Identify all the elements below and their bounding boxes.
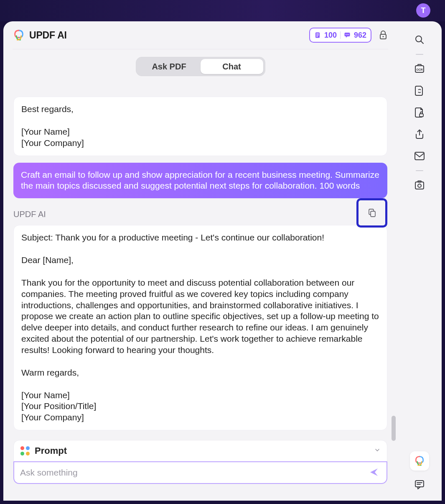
send-icon bbox=[369, 467, 379, 477]
svg-rect-22 bbox=[415, 481, 424, 487]
message-input[interactable] bbox=[20, 468, 367, 478]
app-header: UPDF AI 100 962 bbox=[3, 21, 397, 49]
chat-bubble-icon bbox=[344, 32, 351, 38]
svg-point-5 bbox=[346, 34, 346, 35]
chat-scroll-area: Best regards, [Your Name] [Your Company]… bbox=[3, 97, 397, 456]
tab-ask-pdf[interactable]: Ask PDF bbox=[138, 59, 201, 74]
svg-text:OCR: OCR bbox=[416, 68, 423, 71]
comment-icon bbox=[414, 479, 425, 490]
send-button[interactable] bbox=[367, 466, 381, 480]
svg-point-7 bbox=[348, 34, 349, 35]
svg-point-20 bbox=[418, 184, 421, 187]
credits-pill[interactable]: 100 962 bbox=[309, 28, 371, 43]
toolbar-divider bbox=[416, 170, 423, 171]
app-window: UPDF AI 100 962 Ask PDF Chat Best regard… bbox=[3, 21, 442, 501]
copy-response-button[interactable] bbox=[366, 207, 377, 218]
email-button[interactable] bbox=[412, 148, 427, 164]
search-button[interactable] bbox=[412, 32, 427, 47]
screenshot-button[interactable] bbox=[412, 178, 427, 193]
macos-menubar-strip: T bbox=[0, 0, 445, 21]
svg-point-6 bbox=[347, 34, 348, 35]
file-lock-icon bbox=[414, 107, 425, 118]
email-icon bbox=[414, 151, 425, 161]
lock-button[interactable] bbox=[378, 30, 388, 40]
share-icon bbox=[414, 129, 425, 140]
msg-credit-count: 962 bbox=[354, 31, 366, 40]
scrollbar[interactable] bbox=[392, 97, 396, 456]
svg-rect-1 bbox=[316, 33, 319, 34]
assistant-response-bubble: Subject: Thank you for a productive meet… bbox=[13, 225, 387, 430]
scrollbar-track bbox=[392, 97, 396, 456]
prompt-selector[interactable]: Prompt bbox=[13, 440, 387, 462]
svg-rect-19 bbox=[415, 182, 424, 189]
app-title: UPDF AI bbox=[29, 30, 67, 41]
updf-logo-icon bbox=[414, 455, 425, 467]
mode-tabs: Ask PDF Chat bbox=[136, 57, 265, 76]
copy-button-highlight bbox=[356, 198, 387, 228]
svg-rect-3 bbox=[316, 36, 318, 36]
prompt-dots-icon bbox=[20, 446, 30, 455]
ocr-icon: OCR bbox=[414, 64, 425, 74]
main-column: UPDF AI 100 962 Ask PDF Chat Best regard… bbox=[3, 21, 397, 501]
svg-rect-17 bbox=[420, 114, 423, 117]
updf-ai-chip[interactable] bbox=[410, 451, 429, 471]
svg-rect-18 bbox=[415, 152, 424, 160]
svg-point-9 bbox=[382, 36, 384, 37]
document-icon bbox=[314, 32, 321, 38]
protect-button[interactable] bbox=[412, 105, 427, 120]
user-avatar[interactable]: T bbox=[416, 3, 430, 18]
toolbar-divider bbox=[416, 54, 423, 55]
convert-icon bbox=[414, 85, 425, 97]
prompt-label: Prompt bbox=[35, 445, 67, 456]
input-zone: Prompt bbox=[13, 440, 387, 484]
message-input-bar bbox=[13, 461, 387, 484]
pill-separator bbox=[340, 31, 341, 39]
user-message-bubble: Craft an email to follow up and show app… bbox=[13, 163, 387, 199]
avatar-initial: T bbox=[421, 6, 426, 15]
tab-chat[interactable]: Chat bbox=[201, 59, 263, 74]
right-toolbar: OCR bbox=[397, 21, 442, 501]
search-icon bbox=[414, 34, 425, 45]
share-button[interactable] bbox=[412, 127, 427, 142]
convert-button[interactable] bbox=[412, 83, 427, 98]
scrollbar-thumb[interactable] bbox=[392, 416, 396, 441]
screenshot-icon bbox=[414, 180, 425, 191]
chevron-down-icon bbox=[374, 447, 380, 455]
svg-rect-16 bbox=[418, 64, 421, 66]
ocr-button[interactable]: OCR bbox=[412, 61, 427, 77]
doc-credit-count: 100 bbox=[324, 31, 337, 40]
tabs-row: Ask PDF Chat bbox=[3, 49, 397, 84]
svg-line-13 bbox=[421, 41, 424, 44]
response-header: UPDF AI bbox=[13, 206, 387, 223]
assistant-previous-bubble: Best regards, [Your Name] [Your Company] bbox=[13, 97, 387, 156]
response-source-label: UPDF AI bbox=[13, 210, 46, 219]
svg-rect-11 bbox=[371, 211, 375, 217]
copy-icon bbox=[367, 208, 377, 218]
updf-logo-icon bbox=[13, 29, 25, 41]
comments-button[interactable] bbox=[412, 477, 427, 492]
svg-rect-2 bbox=[316, 35, 319, 35]
